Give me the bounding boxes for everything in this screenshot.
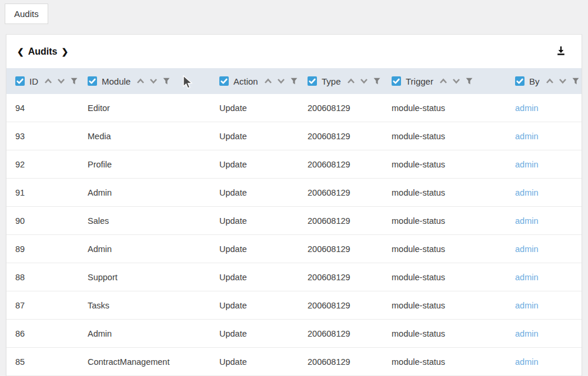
cell-module: Admin — [88, 329, 219, 338]
filter-icon[interactable] — [290, 77, 298, 85]
column-checkbox[interactable] — [308, 76, 317, 86]
by-user-link[interactable]: admin — [515, 160, 539, 169]
cell-action: Update — [219, 357, 308, 367]
sort-desc-icon[interactable] — [452, 78, 460, 84]
sort-desc-icon[interactable] — [360, 78, 368, 84]
cell-by: admin — [515, 188, 582, 197]
sort-asc-icon[interactable] — [264, 78, 272, 84]
column-checkbox[interactable] — [392, 76, 401, 86]
column-checkbox[interactable] — [515, 76, 524, 86]
column-header-type: Type — [308, 76, 392, 86]
column-header-id: ID — [15, 76, 88, 86]
table-row: 87 Tasks Update 200608129 module-status … — [6, 291, 582, 320]
cell-type: 200608129 — [308, 301, 392, 310]
chevron-right-icon[interactable]: ❯ — [62, 48, 69, 56]
cell-module: Admin — [88, 244, 219, 254]
by-user-link[interactable]: admin — [515, 329, 539, 338]
sort-desc-icon[interactable] — [57, 78, 65, 84]
cell-id: 90 — [15, 216, 88, 226]
sort-asc-icon[interactable] — [546, 78, 554, 84]
sort-asc-icon[interactable] — [136, 78, 145, 84]
by-user-link[interactable]: admin — [515, 357, 539, 367]
cell-type: 200608129 — [308, 244, 392, 254]
cell-by: admin — [515, 357, 582, 367]
sort-desc-icon[interactable] — [277, 78, 285, 84]
filter-icon[interactable] — [572, 77, 580, 85]
cell-id: 92 — [15, 160, 88, 169]
by-user-link[interactable]: admin — [515, 103, 539, 113]
cell-by: admin — [515, 103, 582, 113]
cell-id: 85 — [15, 357, 88, 367]
cell-trigger: module-status — [392, 329, 515, 338]
sort-desc-icon[interactable] — [149, 78, 158, 84]
column-header-trigger: Trigger — [392, 76, 515, 86]
chevron-left-icon[interactable]: ❮ — [17, 48, 24, 56]
download-button[interactable] — [556, 45, 566, 58]
cell-trigger: module-status — [392, 103, 515, 113]
sort-asc-icon[interactable] — [439, 78, 447, 84]
cell-module: Editor — [88, 103, 219, 113]
cell-trigger: module-status — [392, 301, 515, 310]
filter-icon[interactable] — [70, 77, 78, 85]
cell-id: 86 — [15, 329, 88, 338]
cell-action: Update — [219, 160, 308, 169]
filter-icon[interactable] — [162, 77, 171, 85]
column-label: Trigger — [406, 76, 433, 86]
cell-action: Update — [219, 273, 308, 282]
cell-id: 91 — [15, 188, 88, 197]
download-icon — [556, 45, 566, 58]
audits-panel: ❮ Audits ❯ ID — [6, 34, 582, 376]
panel-title: ❮ Audits ❯ — [17, 46, 68, 57]
cell-action: Update — [219, 188, 308, 197]
column-checkbox[interactable] — [15, 76, 25, 86]
cell-trigger: module-status — [392, 160, 515, 169]
cell-id: 94 — [15, 103, 88, 113]
cell-by: admin — [515, 244, 582, 254]
cell-action: Update — [219, 216, 308, 226]
by-user-link[interactable]: admin — [515, 244, 539, 254]
cell-type: 200608129 — [308, 357, 392, 367]
tab-audits[interactable]: Audits — [5, 4, 48, 24]
column-label: Action — [233, 76, 258, 86]
cell-trigger: module-status — [392, 244, 515, 254]
column-label: ID — [29, 76, 38, 86]
column-label: Type — [322, 76, 341, 86]
cell-module: Tasks — [88, 301, 219, 310]
cell-by: admin — [515, 329, 582, 338]
column-checkbox[interactable] — [219, 76, 229, 86]
cell-type: 200608129 — [308, 160, 392, 169]
column-checkbox[interactable] — [88, 76, 97, 86]
cell-trigger: module-status — [392, 188, 515, 197]
by-user-link[interactable]: admin — [515, 301, 539, 310]
sort-asc-icon[interactable] — [347, 78, 355, 84]
cell-module: Support — [88, 273, 219, 282]
table-row: 92 Profile Update 200608129 module-statu… — [6, 150, 582, 179]
table-body: 94 Editor Update 200608129 module-status… — [6, 94, 582, 376]
by-user-link[interactable]: admin — [515, 188, 539, 197]
sort-asc-icon[interactable] — [44, 78, 52, 84]
table-row: 88 Support Update 200608129 module-statu… — [6, 263, 582, 291]
by-user-link[interactable]: admin — [515, 132, 539, 141]
by-user-link[interactable]: admin — [515, 216, 539, 226]
cell-action: Update — [219, 301, 308, 310]
table-row: 85 ContractManagement Update 200608129 m… — [6, 348, 582, 376]
column-header-action: Action — [219, 76, 308, 86]
panel-title-label: Audits — [28, 46, 58, 57]
cell-id: 93 — [15, 132, 88, 141]
cell-id: 88 — [15, 273, 88, 282]
cell-action: Update — [219, 329, 308, 338]
filter-icon[interactable] — [465, 77, 473, 85]
cell-action: Update — [219, 103, 308, 113]
cell-action: Update — [219, 132, 308, 141]
cell-id: 89 — [15, 244, 88, 254]
panel-header: ❮ Audits ❯ — [6, 35, 582, 68]
cell-type: 200608129 — [308, 103, 392, 113]
column-header-by: By — [515, 76, 582, 86]
sort-desc-icon[interactable] — [559, 78, 567, 84]
cell-module: Admin — [88, 188, 219, 197]
filter-icon[interactable] — [373, 77, 381, 85]
cell-by: admin — [515, 301, 582, 310]
table-row: 89 Admin Update 200608129 module-status … — [6, 235, 582, 263]
cell-type: 200608129 — [308, 273, 392, 282]
by-user-link[interactable]: admin — [515, 273, 539, 282]
